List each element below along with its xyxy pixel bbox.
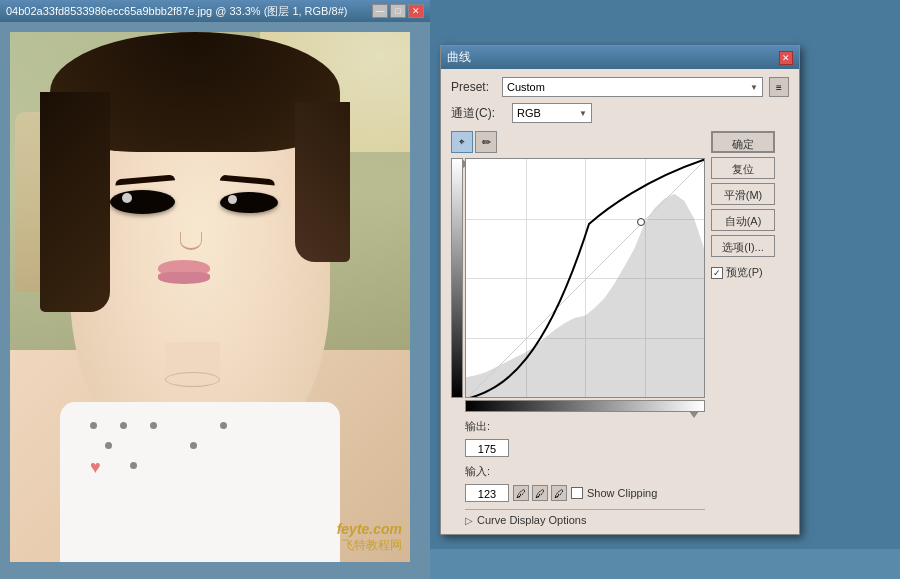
dialog-body: Preset: Custom ▼ ≡ 通道(C): RGB ▼ ⌖ ✏ xyxy=(441,69,799,534)
input-value-row: 123 🖊 🖊 🖊 Show Clipping xyxy=(465,484,705,502)
channel-dropdown[interactable]: RGB ▼ xyxy=(512,103,592,123)
output-value-row: 175 xyxy=(465,439,705,457)
titlebar-controls: — □ ✕ xyxy=(372,4,424,18)
input-gradient-bar xyxy=(465,400,705,412)
smooth-button[interactable]: 平滑(M) xyxy=(711,183,775,205)
bottom-bar xyxy=(430,549,900,579)
output-label: 输出: xyxy=(465,419,490,434)
preview-checkbox[interactable]: ✓ xyxy=(711,267,723,279)
eyedroppers: 🖊 🖊 🖊 xyxy=(513,485,567,501)
preset-row: Preset: Custom ▼ ≡ xyxy=(451,77,789,97)
watermark-area: feyte.com 飞特教程网 xyxy=(337,521,402,554)
heart-icon: ♥ xyxy=(90,457,101,478)
dot-5 xyxy=(105,442,112,449)
curve-row xyxy=(451,158,705,398)
pencil-tool[interactable]: ✏ xyxy=(475,131,497,153)
channel-row: 通道(C): RGB ▼ xyxy=(451,103,789,123)
output-section: 输出: xyxy=(465,419,705,436)
hair-right xyxy=(295,102,350,262)
preset-dropdown[interactable]: Custom ▼ xyxy=(502,77,763,97)
dialog-close-button[interactable]: ✕ xyxy=(779,51,793,65)
show-clipping-label: Show Clipping xyxy=(587,487,657,499)
right-buttons: 确定 复位 平滑(M) 自动(A) 选项(I)... ✓ 预览(P) xyxy=(711,131,775,280)
main-curve-section: ⌖ ✏ xyxy=(451,131,789,526)
output-gradient-bar xyxy=(451,158,463,398)
ok-button[interactable]: 确定 xyxy=(711,131,775,153)
preview-label: 预览(P) xyxy=(726,265,763,280)
preview-row: ✓ 预览(P) xyxy=(711,265,775,280)
clothes: ♥ xyxy=(60,402,340,562)
input-value-field[interactable]: 123 xyxy=(465,484,509,502)
options-button[interactable]: 选项(I)... xyxy=(711,235,775,257)
maximize-button[interactable]: □ xyxy=(390,4,406,18)
close-button[interactable]: ✕ xyxy=(408,4,424,18)
eyedropper-gray[interactable]: 🖊 xyxy=(532,485,548,501)
image-title: 04b02a33fd8533986ecc65a9bbb2f87e.jpg @ 3… xyxy=(6,4,372,19)
show-clipping-checkbox[interactable] xyxy=(571,487,583,499)
dot-6 xyxy=(190,442,197,449)
preset-dropdown-arrow: ▼ xyxy=(750,83,758,92)
dot-3 xyxy=(150,422,157,429)
eye-right-highlight xyxy=(228,195,237,204)
svg-marker-0 xyxy=(466,194,704,397)
dot-2 xyxy=(120,422,127,429)
image-canvas: ♥ feyte.com 飞特教程网 xyxy=(0,22,430,579)
hair-left xyxy=(40,92,110,312)
input-label: 输入: xyxy=(465,464,490,479)
curve-display-label: Curve Display Options xyxy=(477,514,586,526)
dot-1 xyxy=(90,422,97,429)
channel-dropdown-arrow: ▼ xyxy=(579,109,587,118)
eye-right xyxy=(220,192,278,213)
histogram-svg xyxy=(466,159,704,397)
nose xyxy=(180,232,202,250)
watermark-line1: feyte.com xyxy=(337,521,402,537)
image-titlebar: 04b02a33fd8533986ecc65a9bbb2f87e.jpg @ 3… xyxy=(0,0,430,22)
photo: ♥ feyte.com 飞特教程网 xyxy=(10,32,410,562)
curve-canvas[interactable] xyxy=(465,158,705,398)
curves-dialog: 曲线 ✕ Preset: Custom ▼ ≡ 通道(C): RGB ▼ xyxy=(440,45,800,535)
dialog-title: 曲线 xyxy=(447,49,471,66)
eyedropper-row: 输入: xyxy=(465,464,705,481)
lips-lower xyxy=(158,272,210,284)
curve-control-point[interactable] xyxy=(637,218,645,226)
preset-menu-button[interactable]: ≡ xyxy=(769,77,789,97)
channel-value: RGB xyxy=(517,107,541,119)
necklace xyxy=(165,372,220,387)
reset-button[interactable]: 复位 xyxy=(711,157,775,179)
channel-label: 通道(C): xyxy=(451,105,506,122)
expand-icon: ▷ xyxy=(465,515,473,526)
curve-display-section[interactable]: ▷ Curve Display Options xyxy=(465,509,705,526)
auto-button[interactable]: 自动(A) xyxy=(711,209,775,231)
dot-7 xyxy=(130,462,137,469)
preset-value: Custom xyxy=(507,81,545,93)
dialog-titlebar: 曲线 ✕ xyxy=(441,46,799,69)
input-indicator xyxy=(689,411,699,418)
watermark-line2: 飞特教程网 xyxy=(337,537,402,554)
eyedropper-black[interactable]: 🖊 xyxy=(513,485,529,501)
preset-label: Preset: xyxy=(451,80,496,94)
left-section: ⌖ ✏ xyxy=(451,131,705,526)
bottom-gradient-row xyxy=(465,398,705,412)
eyedropper-white[interactable]: 🖊 xyxy=(551,485,567,501)
curve-with-bars xyxy=(451,158,705,412)
dot-4 xyxy=(220,422,227,429)
curve-edit-tool[interactable]: ⌖ xyxy=(451,131,473,153)
tool-row: ⌖ ✏ xyxy=(451,131,705,153)
output-value-field[interactable]: 175 xyxy=(465,439,509,457)
minimize-button[interactable]: — xyxy=(372,4,388,18)
eye-left-highlight xyxy=(122,193,132,203)
eye-left xyxy=(110,190,175,214)
